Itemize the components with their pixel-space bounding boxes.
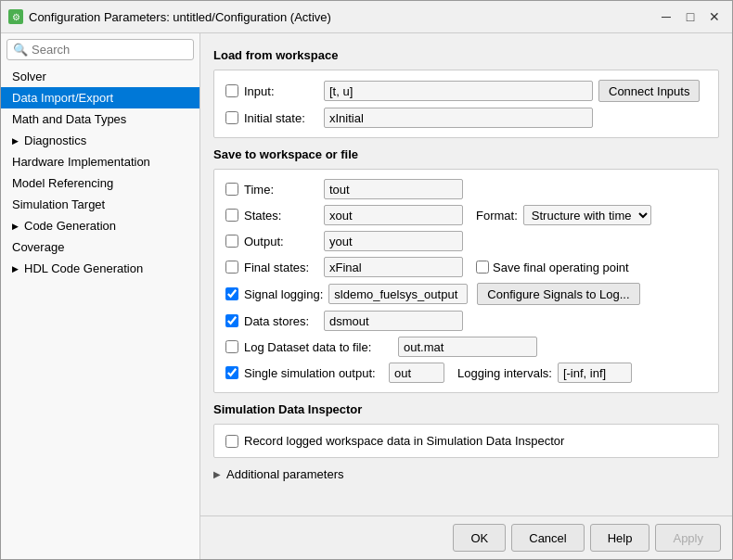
data-stores-label: Data stores:	[244, 314, 318, 328]
apply-button[interactable]: Apply	[655, 524, 721, 552]
signal-logging-label: Signal logging:	[244, 287, 323, 301]
ok-button[interactable]: OK	[453, 524, 506, 552]
titlebar: ⚙ Configuration Parameters: untitled/Con…	[1, 1, 732, 33]
sidebar-item-math-data-types[interactable]: Math and Data Types	[1, 108, 199, 130]
initial-state-checkbox[interactable]	[225, 111, 238, 124]
save-final-operating-checkbox[interactable]	[476, 261, 489, 274]
search-input[interactable]	[32, 43, 187, 57]
single-sim-field[interactable]	[389, 363, 444, 383]
input-checkbox[interactable]	[225, 84, 238, 97]
states-checkbox[interactable]	[225, 209, 238, 222]
input-label: Input:	[244, 84, 318, 98]
data-stores-field[interactable]	[324, 311, 463, 331]
configure-signals-button[interactable]: Configure Signals to Log...	[477, 283, 639, 305]
final-states-field[interactable]	[324, 257, 463, 277]
logging-intervals-field[interactable]	[558, 363, 632, 383]
sdi-record-checkbox[interactable]	[225, 435, 238, 448]
single-sim-row: Single simulation output: Logging interv…	[225, 363, 707, 383]
minimize-button[interactable]: ─	[656, 6, 676, 27]
connect-inputs-button[interactable]: Connect Inputs	[598, 80, 700, 102]
save-final-operating-point-row: Save final operating point	[476, 261, 629, 274]
footer: OK Cancel Help Apply	[200, 515, 732, 559]
sidebar-item-solver[interactable]: Solver	[1, 66, 199, 87]
cancel-button[interactable]: Cancel	[511, 524, 584, 552]
content-area: 🔍 Solver Data Import/Export Math and Dat…	[1, 33, 732, 559]
states-field[interactable]	[324, 205, 463, 225]
time-checkbox[interactable]	[225, 183, 238, 196]
output-checkbox[interactable]	[225, 235, 238, 248]
data-stores-row: Data stores:	[225, 311, 707, 331]
sdi-section-box: Record logged workspace data in Simulati…	[213, 424, 719, 458]
output-row: Output:	[225, 231, 707, 251]
maximize-button[interactable]: □	[680, 6, 701, 27]
sidebar-item-model-referencing[interactable]: Model Referencing	[1, 172, 199, 194]
log-dataset-label: Log Dataset data to file:	[244, 340, 392, 354]
single-sim-label: Single simulation output:	[244, 366, 383, 380]
format-label: Format:	[476, 209, 518, 223]
initial-state-row: Initial state:	[225, 108, 707, 128]
final-states-label: Final states:	[244, 261, 318, 274]
main-scroll: Load from workspace Input: Connect Input…	[200, 33, 732, 515]
sidebar-item-hdl-code-generation[interactable]: HDL Code Generation	[1, 258, 199, 279]
initial-state-field[interactable]	[324, 108, 593, 128]
time-row: Time:	[225, 179, 707, 199]
data-stores-checkbox[interactable]	[225, 314, 238, 327]
app-icon: ⚙	[8, 9, 23, 24]
output-label: Output:	[244, 235, 318, 248]
additional-parameters-label: Additional parameters	[226, 467, 343, 481]
search-icon: 🔍	[13, 43, 28, 57]
time-label: Time:	[244, 183, 318, 197]
sdi-record-row: Record logged workspace data in Simulati…	[225, 434, 707, 448]
load-section-title: Load from workspace	[213, 48, 719, 62]
sidebar-item-coverage[interactable]: Coverage	[1, 236, 199, 258]
signal-logging-checkbox[interactable]	[225, 287, 238, 300]
signal-logging-field[interactable]	[328, 284, 468, 304]
sidebar-item-simulation-target[interactable]: Simulation Target	[1, 194, 199, 215]
sidebar: 🔍 Solver Data Import/Export Math and Dat…	[1, 33, 200, 559]
main-panel: Load from workspace Input: Connect Input…	[200, 33, 732, 559]
search-box[interactable]: 🔍	[6, 39, 194, 60]
log-dataset-row: Log Dataset data to file:	[225, 337, 707, 357]
sdi-record-label: Record logged workspace data in Simulati…	[244, 434, 564, 448]
main-window: ⚙ Configuration Parameters: untitled/Con…	[0, 0, 733, 560]
states-row: States: Format: Structure with time Arra…	[225, 205, 707, 225]
sidebar-item-hardware-implementation[interactable]: Hardware Implementation	[1, 151, 199, 172]
sidebar-nav: Solver Data Import/Export Math and Data …	[1, 66, 199, 559]
help-button[interactable]: Help	[590, 524, 650, 552]
window-title: Configuration Parameters: untitled/Confi…	[29, 10, 650, 24]
log-dataset-field[interactable]	[398, 337, 537, 357]
format-select[interactable]: Structure with time Array Structure Data…	[523, 205, 651, 225]
sidebar-item-diagnostics[interactable]: Diagnostics	[1, 130, 199, 151]
sidebar-item-code-generation[interactable]: Code Generation	[1, 215, 199, 236]
input-row: Input: Connect Inputs	[225, 80, 707, 102]
sdi-section-title: Simulation Data Inspector	[213, 402, 719, 416]
time-field[interactable]	[324, 179, 463, 199]
output-field[interactable]	[324, 231, 463, 251]
final-states-row: Final states: Save final operating point	[225, 257, 707, 277]
additional-parameters-section[interactable]: ▶ Additional parameters	[213, 467, 719, 481]
sidebar-item-data-import-export[interactable]: Data Import/Export	[1, 87, 199, 108]
states-label: States:	[244, 209, 318, 223]
final-states-checkbox[interactable]	[225, 261, 238, 274]
save-section-box: Time: States: Format: Structure with tim…	[213, 169, 719, 393]
single-sim-checkbox[interactable]	[225, 366, 238, 379]
window-controls: ─ □ ✕	[656, 6, 725, 27]
initial-state-label: Initial state:	[244, 111, 318, 125]
load-section-box: Input: Connect Inputs Initial state:	[213, 70, 719, 138]
additional-arrow-icon: ▶	[213, 469, 221, 479]
input-field[interactable]	[324, 81, 593, 101]
signal-logging-row: Signal logging: Configure Signals to Log…	[225, 283, 707, 305]
save-final-operating-label: Save final operating point	[493, 261, 629, 274]
save-section-title: Save to workspace or file	[213, 147, 719, 161]
close-button[interactable]: ✕	[704, 6, 725, 27]
log-dataset-checkbox[interactable]	[225, 340, 238, 353]
logging-intervals-label: Logging intervals:	[457, 366, 552, 380]
